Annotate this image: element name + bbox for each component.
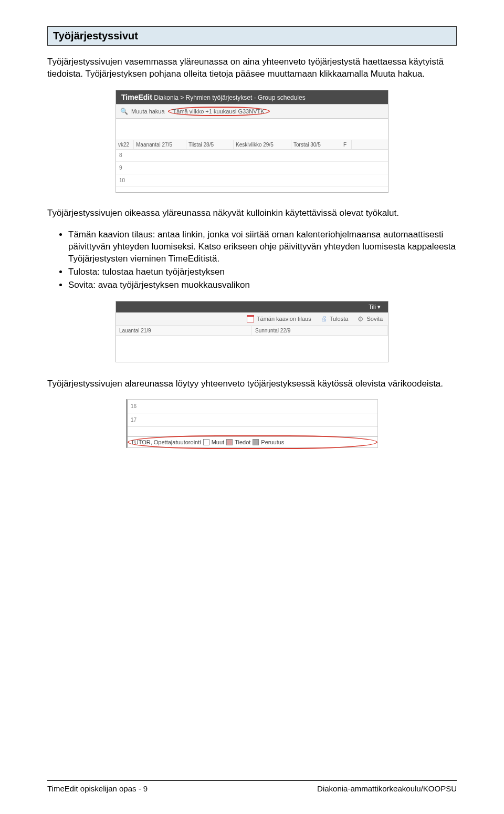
tili-menu[interactable]: Tili ▾ <box>369 304 381 310</box>
week-label: vk22 <box>116 140 134 149</box>
day-col: Keskiviikko 29/5 <box>234 140 291 149</box>
printer-icon: 🖨 <box>321 315 327 322</box>
tool-label: Tämän kaavion tilaus <box>257 316 311 322</box>
timeedit-brand: TimeEdit <box>121 93 152 101</box>
legend-label: Tiedot <box>235 439 250 445</box>
hour-row: 8 <box>116 149 388 162</box>
search-summary-highlight: Tämä viikko +1 kuukausi G33NVTK <box>168 107 270 116</box>
day-col: Tiistai 28/5 <box>186 140 234 149</box>
paragraph-1: Työjärjestyssivujen vasemmassa yläreunas… <box>47 56 457 80</box>
day-col: Maanantai 27/5 <box>134 140 186 149</box>
tool-print[interactable]: 🖨 Tulosta <box>321 315 349 322</box>
muuta-hakua-link[interactable]: Muuta hakua <box>131 108 165 114</box>
color-legend: TUTOR, Opettajatuutorointi Muut Tiedot P… <box>128 436 377 447</box>
calendar-blank <box>116 336 388 362</box>
day-col: F <box>341 140 352 149</box>
screenshot-timeedit-header: TimeEdit Diakonia > Ryhmien työjärjestyk… <box>116 90 388 193</box>
hour-row: 16 <box>128 400 377 413</box>
bullet-item: Sovita: avaa työjärjestyksen muokkausval… <box>68 279 457 291</box>
timeedit-topbar: TimeEdit Diakonia > Ryhmien työjärjestyk… <box>116 90 388 104</box>
footer-left: TimeEdit opiskelijan opas - 9 <box>47 784 148 793</box>
hour-row: 17 <box>128 413 377 427</box>
calendar-body: vk22 Maanantai 27/5 Tiistai 28/5 Keskivi… <box>116 119 388 192</box>
hour-row: 9 <box>116 162 388 174</box>
tool-label: Sovita <box>366 316 383 322</box>
bullet-item: Tulosta: tulostaa haetun työjärjestyksen <box>68 266 457 278</box>
legend-label: Muut <box>212 439 224 445</box>
bullet-item: Tämän kaavion tilaus: antaa linkin, jonk… <box>68 229 457 265</box>
title-box: Työjärjestyssivut <box>47 26 457 46</box>
hour-grid: 16 17 TUTOR, Opettajatuutorointi Muut Ti… <box>126 399 378 448</box>
tool-subscription[interactable]: Tämän kaavion tilaus <box>247 315 311 322</box>
weekend-header: Lauantai 21/9 Sunnuntai 22/9 <box>116 326 388 336</box>
hour-rows: 8 9 10 <box>116 149 388 187</box>
swatch-white <box>203 439 209 445</box>
calendar-day-header: vk22 Maanantai 27/5 Tiistai 28/5 Keskivi… <box>116 140 388 150</box>
legend-label: Peruutus <box>261 439 284 445</box>
tili-bar: Tili ▾ <box>116 301 388 312</box>
swatch-pink <box>226 439 233 445</box>
day-col: Lauantai 21/9 <box>116 326 252 335</box>
paragraph-2: Työjärjestyssivujen oikeassa yläreunassa… <box>47 207 457 220</box>
swatch-grey <box>253 439 259 445</box>
tool-label: Tulosta <box>330 316 349 322</box>
legend-label: TUTOR, Opettajatuutorointi <box>131 439 201 445</box>
screenshot-toolbar: Tili ▾ Tämän kaavion tilaus 🖨 Tulosta ⚙ … <box>116 301 388 362</box>
hour-row: 10 <box>116 174 388 187</box>
day-col: Torstai 30/5 <box>291 140 341 149</box>
tool-row: Tämän kaavion tilaus 🖨 Tulosta ⚙ Sovita <box>116 312 388 326</box>
search-icon: 🔍 <box>120 108 128 115</box>
gear-icon: ⚙ <box>358 315 364 323</box>
screenshot-legend: 16 17 TUTOR, Opettajatuutorointi Muut Ti… <box>126 399 378 448</box>
page-title: Työjärjestyssivut <box>53 30 451 42</box>
day-col: Sunnuntai 22/9 <box>252 326 388 335</box>
timeedit-breadcrumb: Diakonia > Ryhmien työjärjestykset - Gro… <box>154 94 305 101</box>
tool-fit[interactable]: ⚙ Sovita <box>358 315 383 323</box>
page-footer: TimeEdit opiskelijan opas - 9 Diakonia-a… <box>47 780 457 793</box>
timeedit-subbar: 🔍 Muuta hakua Tämä viikko +1 kuukausi G3… <box>116 104 388 119</box>
paragraph-3: Työjärjestyssivujen alareunassa löytyy y… <box>47 378 457 390</box>
hour-row <box>128 427 377 436</box>
calendar-icon <box>247 315 254 322</box>
tool-bullet-list: Tämän kaavion tilaus: antaa linkin, jonk… <box>47 229 457 291</box>
footer-right: Diakonia-ammattikorkeakoulu/KOOPSU <box>317 784 457 793</box>
